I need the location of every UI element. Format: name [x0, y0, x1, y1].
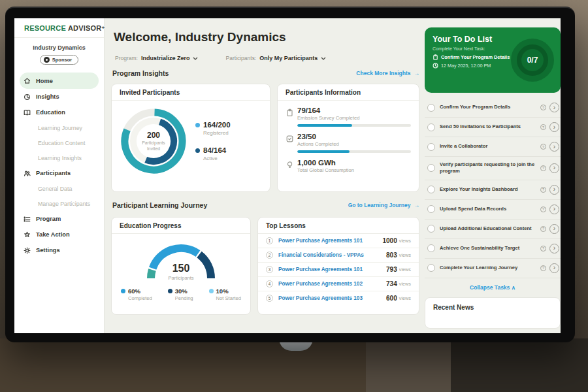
task-row-complete-learning-journey[interactable]: Complete Your Learning Journey ? ›	[425, 259, 561, 278]
help-icon: ?	[540, 265, 546, 271]
insights-icon	[24, 93, 31, 101]
sidebar-item-label: Learning Insights	[38, 155, 82, 161]
lesson-link[interactable]: Power Purchase Agreements 103	[278, 295, 386, 301]
filter-bar: Program: Industrialize Zero Participants…	[115, 55, 326, 61]
main-area: Welcome, Industry Dynamics Program: Indu…	[105, 18, 561, 333]
lesson-row: 5 Power Purchase Agreements 103 600 view…	[258, 291, 419, 305]
task-checkbox[interactable]	[427, 264, 435, 272]
program-dropdown[interactable]: Program: Industrialize Zero	[115, 55, 198, 61]
education-gauge-chart: 150 Participants	[140, 238, 221, 281]
sidebar-item-education[interactable]: Education	[14, 105, 104, 120]
check-more-insights-link[interactable]: Check More Insights →	[356, 70, 419, 76]
task-checkbox[interactable]	[427, 143, 435, 151]
views-unit: views	[399, 281, 411, 287]
lesson-link[interactable]: Power Purchase Agreements 101	[278, 267, 386, 272]
lesson-row: 3 Power Purchase Agreements 101 793 view…	[258, 263, 419, 277]
chevron-up-icon: ∧	[512, 284, 515, 291]
list-icon	[24, 216, 31, 223]
sidebar-item-take-action[interactable]: Take Action	[14, 227, 104, 242]
program-label: Program:	[115, 55, 138, 61]
lesson-link[interactable]: Power Purchase Agreements 102	[278, 281, 386, 287]
sidebar-item-participants[interactable]: Participants	[14, 165, 104, 181]
collapse-label: Collapse Tasks	[470, 284, 510, 291]
task-checkbox[interactable]	[427, 244, 435, 252]
lesson-link[interactable]: Power Purchase Agreements 101	[278, 238, 383, 244]
sidebar-item-general-data[interactable]: General Data	[14, 181, 104, 196]
sidebar-item-home[interactable]: Home	[20, 73, 99, 89]
todo-next-task: Confirm Your Program Details	[441, 54, 510, 60]
help-icon: ?	[540, 165, 546, 171]
program-value: Industrialize Zero	[141, 55, 190, 61]
chevron-right-icon[interactable]: ›	[549, 204, 559, 214]
views-count: 600	[386, 295, 397, 302]
sidebar-item-learning-insights[interactable]: Learning Insights	[14, 150, 104, 165]
legend-dot	[121, 289, 125, 293]
views-unit: views	[399, 267, 411, 272]
legend-pending: 30% Pending	[168, 287, 193, 301]
legend-pct: 30%	[175, 287, 188, 295]
chevron-right-icon[interactable]: ›	[549, 263, 559, 273]
chevron-right-icon[interactable]: ›	[549, 244, 559, 253]
task-checkbox[interactable]	[427, 186, 435, 193]
task-row-upload-spend-data[interactable]: Upload Spend Data Records ? ›	[425, 200, 561, 220]
stat-value: 23/50	[297, 133, 411, 140]
task-label: Complete Your Learning Journey	[440, 265, 537, 271]
chevron-right-icon[interactable]: ›	[549, 163, 559, 173]
stat-value: 79/164	[297, 106, 411, 114]
sidebar-item-label: General Data	[38, 186, 72, 192]
stat-label: Actions Completed	[297, 141, 411, 147]
collapse-tasks-link[interactable]: Collapse Tasks ∧	[425, 284, 561, 291]
task-checkbox[interactable]	[427, 225, 435, 233]
help-icon: ?	[540, 124, 546, 130]
lesson-link[interactable]: Financial Considerations - VPPAs	[278, 252, 386, 258]
sidebar-item-insights[interactable]: Insights	[14, 89, 104, 105]
sidebar-item-label: Program	[36, 216, 61, 222]
legend-value: 164/200	[203, 121, 231, 129]
legend-pct: 60%	[128, 287, 140, 295]
sidebar-item-settings[interactable]: Settings	[14, 242, 104, 258]
legend-label: Active	[203, 155, 231, 161]
logo-secondary: ADVISOR	[68, 24, 102, 32]
help-icon: ?	[540, 246, 546, 252]
sidebar-item-label: Education	[36, 109, 65, 116]
legend-active: 84/164 Active	[195, 146, 231, 161]
chevron-right-icon[interactable]: ›	[549, 142, 559, 152]
rank-badge: 1	[266, 237, 273, 244]
sidebar-item-manage-participants[interactable]: Manage Participants	[14, 196, 104, 211]
chevron-down-icon	[321, 57, 326, 60]
sidebar-item-learning-journey[interactable]: Learning Journey	[14, 120, 104, 135]
page-title: Welcome, Industry Dynamics	[114, 30, 286, 44]
stat-label: Total Global Consumption	[297, 167, 411, 173]
task-row-explore-insights[interactable]: Explore Your Insights Dashboard ? ›	[425, 180, 561, 200]
views-unit: views	[399, 295, 411, 301]
task-checkbox[interactable]	[427, 123, 435, 131]
task-row-confirm-program[interactable]: Confirm Your Program Details ? ›	[425, 98, 561, 118]
task-row-achieve-target[interactable]: Achieve One Sustainability Target ? ›	[425, 239, 561, 259]
sponsor-badge-label: Sponsor	[52, 57, 72, 63]
chevron-right-icon[interactable]: ›	[549, 224, 559, 234]
task-row-invite-collaborator[interactable]: Invite a Collaborator ? ›	[425, 137, 561, 157]
task-row-verify-participants[interactable]: Verify participants requesting to join t…	[425, 157, 561, 180]
chevron-right-icon[interactable]: ›	[549, 122, 559, 132]
task-row-send-invitations[interactable]: Send 50 Invitations to Participants ? ›	[425, 118, 561, 137]
chevron-right-icon[interactable]: ›	[549, 103, 559, 112]
task-row-upload-educational-content[interactable]: Upload Additional Educational Content ? …	[425, 220, 561, 239]
task-checkbox[interactable]	[427, 164, 435, 172]
lesson-row: 2 Financial Considerations - VPPAs 803 v…	[258, 248, 419, 263]
task-checkbox[interactable]	[427, 104, 435, 112]
task-checkbox[interactable]	[427, 205, 435, 213]
recent-news-card: Recent News	[425, 297, 561, 329]
app-logo: RESOURCE ADVISOR+	[14, 18, 104, 38]
participants-dropdown[interactable]: Participants: Only My Participants	[225, 55, 326, 61]
task-label: Upload Spend Data Records	[440, 206, 537, 212]
sidebar-item-education-content[interactable]: Education Content	[14, 135, 104, 150]
desk-background-left	[0, 338, 366, 392]
chevron-right-icon[interactable]: ›	[549, 185, 559, 195]
sidebar-item-program[interactable]: Program	[14, 211, 104, 227]
legend-label: Completed	[128, 295, 152, 301]
desk-background-right	[451, 338, 588, 392]
section-title-program-insights: Program Insights	[112, 69, 169, 77]
go-to-learning-journey-link[interactable]: Go to Learning Journey →	[348, 202, 419, 208]
arrow-right-icon: →	[414, 70, 420, 76]
task-label: Upload Additional Educational Content	[440, 225, 537, 232]
